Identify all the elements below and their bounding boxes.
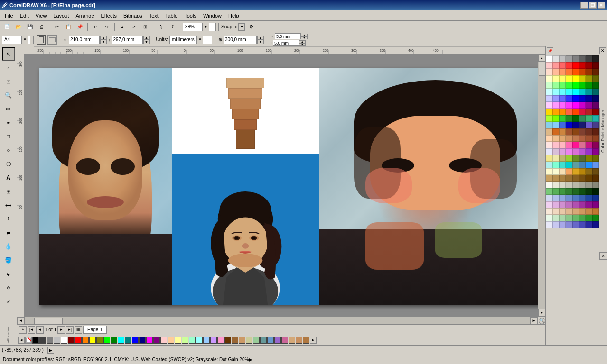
color-cell[interactable]: [579, 89, 586, 95]
khaki-swatch[interactable]: [246, 337, 252, 344]
color-cell[interactable]: [586, 215, 592, 221]
color-cell[interactable]: [586, 69, 592, 75]
color-cell[interactable]: [546, 115, 552, 122]
color-cell[interactable]: [552, 162, 559, 168]
color-cell[interactable]: [586, 62, 592, 69]
color-cell[interactable]: [559, 208, 566, 215]
steel-swatch[interactable]: [260, 337, 267, 344]
color-cell[interactable]: [566, 109, 572, 115]
color-cell[interactable]: [566, 148, 572, 155]
node-tool-btn[interactable]: ⬦: [2, 61, 15, 74]
color-cell[interactable]: [552, 109, 559, 115]
color-cell[interactable]: [566, 195, 572, 201]
color-cell[interactable]: [546, 128, 552, 135]
mauve-swatch[interactable]: [281, 337, 288, 344]
page-size-arrow[interactable]: ▼: [21, 36, 28, 44]
panel-close-button[interactable]: ✕: [599, 47, 606, 54]
color-cell[interactable]: [566, 115, 572, 122]
color-cell[interactable]: [586, 75, 592, 82]
color-cell[interactable]: [552, 148, 559, 155]
restore-button[interactable]: ❐: [589, 2, 597, 9]
vertical-scrollbar[interactable]: ▲ ▼: [538, 54, 545, 317]
color-cell[interactable]: [546, 188, 552, 195]
color-cell[interactable]: [592, 155, 599, 162]
color-cell[interactable]: [559, 109, 566, 115]
color-cell[interactable]: [579, 82, 586, 89]
zoom-combo[interactable]: 38% ▼: [183, 23, 216, 31]
color-cell[interactable]: [559, 55, 566, 62]
rose-swatch[interactable]: [217, 337, 224, 344]
color-cell[interactable]: [566, 155, 572, 162]
color-cell[interactable]: [572, 195, 579, 201]
color-cell[interactable]: [566, 142, 572, 148]
color-cell[interactable]: [546, 95, 552, 102]
red-dark-swatch[interactable]: [68, 337, 75, 344]
nudge1-spinner[interactable]: ▲ ▼: [301, 34, 308, 39]
color-cell[interactable]: [592, 95, 599, 102]
brown-swatch[interactable]: [232, 337, 238, 344]
select-tool[interactable]: ▲: [117, 22, 128, 32]
color-cell[interactable]: [572, 82, 579, 89]
height-up[interactable]: ▲: [143, 36, 150, 40]
color-cell[interactable]: [552, 128, 559, 135]
transform-tool-btn[interactable]: ⤢: [2, 295, 15, 308]
color-cell[interactable]: [572, 95, 579, 102]
color-cell[interactable]: [546, 75, 552, 82]
color-cell[interactable]: [586, 182, 592, 188]
color-cell[interactable]: [586, 168, 592, 175]
nudge1-input[interactable]: [275, 33, 301, 39]
color-cell[interactable]: [546, 122, 552, 128]
menu-layout[interactable]: Layout: [50, 12, 72, 19]
color-cell[interactable]: [559, 162, 566, 168]
color-cell[interactable]: [552, 82, 559, 89]
color-cell[interactable]: [552, 168, 559, 175]
rect-tool-btn[interactable]: □: [2, 130, 15, 143]
color-cell[interactable]: [586, 135, 592, 142]
color-cell[interactable]: [566, 208, 572, 215]
width-spinner[interactable]: ▲ ▼: [100, 36, 107, 44]
import-button[interactable]: ⤵: [156, 22, 166, 32]
width-down[interactable]: ▼: [100, 40, 107, 44]
color-cell[interactable]: [572, 208, 579, 215]
smart-draw-btn[interactable]: ✒: [2, 116, 15, 129]
sky-light-swatch[interactable]: [196, 337, 203, 344]
color-cell[interactable]: [572, 188, 579, 195]
align-button[interactable]: ⊞: [140, 22, 150, 32]
menu-bitmaps[interactable]: Bitmaps: [121, 12, 145, 19]
color-cell[interactable]: [592, 62, 599, 69]
color-cell[interactable]: [586, 148, 592, 155]
minimize-button[interactable]: _: [580, 2, 588, 9]
color-cell[interactable]: [559, 142, 566, 148]
color-cell[interactable]: [559, 62, 566, 69]
color-cell[interactable]: [552, 75, 559, 82]
crop-tool-btn[interactable]: ⊡: [2, 75, 15, 88]
teal-swatch[interactable]: [125, 337, 131, 344]
ellipse-tool-btn[interactable]: ○: [2, 144, 15, 157]
color-cell[interactable]: [579, 148, 586, 155]
transform-button[interactable]: ↗: [129, 22, 139, 32]
color-cell[interactable]: [579, 75, 586, 82]
color-cell[interactable]: [592, 188, 599, 195]
scroll-left-button[interactable]: ◄: [17, 317, 25, 325]
color-cell[interactable]: [572, 221, 579, 228]
color-cell[interactable]: [552, 221, 559, 228]
profile-more-button[interactable]: ▶: [249, 357, 252, 362]
color-cell[interactable]: [559, 135, 566, 142]
color-cell[interactable]: [566, 175, 572, 182]
color-cell[interactable]: [579, 115, 586, 122]
color-cell[interactable]: [566, 82, 572, 89]
color-cell[interactable]: [586, 175, 592, 182]
mid-gray-swatch[interactable]: [47, 337, 53, 344]
palette-prev-button[interactable]: ◄: [18, 337, 25, 344]
color-cell[interactable]: [579, 208, 586, 215]
color-cell[interactable]: [572, 102, 579, 109]
lavender-swatch[interactable]: [210, 337, 217, 344]
color-cell[interactable]: [552, 122, 559, 128]
menu-window[interactable]: Window: [200, 12, 224, 19]
scroll-thumb[interactable]: [539, 62, 545, 76]
color-cell[interactable]: [592, 55, 599, 62]
units-combo[interactable]: millimeters ▼: [169, 36, 212, 44]
palette-next-button[interactable]: ►: [310, 337, 317, 344]
color-cell[interactable]: [552, 142, 559, 148]
color-cell[interactable]: [559, 201, 566, 208]
